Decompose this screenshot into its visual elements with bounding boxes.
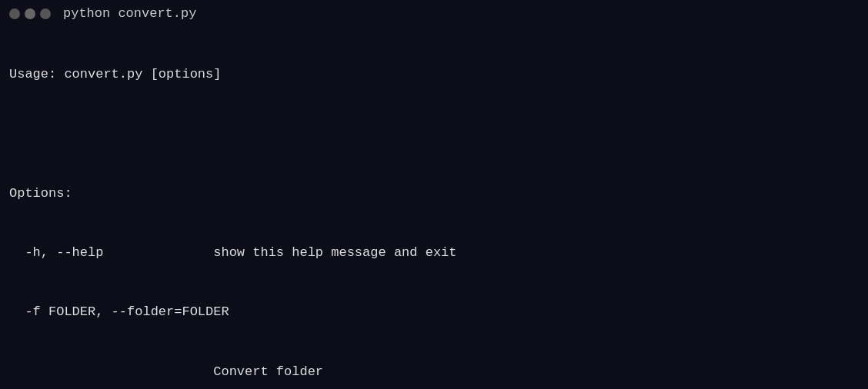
maximize-button-icon [40,8,51,19]
folder-option-desc: Convert folder [9,362,859,382]
terminal-window: python convert.py Usage: convert.py [opt… [0,0,868,389]
blank-line-1 [9,124,859,144]
help-option: -h, --help show this help message and ex… [9,243,859,263]
terminal-output: Usage: convert.py [options] Options: -h,… [9,25,859,389]
minimize-button-icon [25,8,35,19]
close-button-icon [9,8,20,19]
folder-option-short: -f FOLDER, --folder=FOLDER [9,302,859,322]
title-bar: python convert.py [9,6,859,21]
usage-line-1: Usage: convert.py [options] [9,65,859,85]
options-header: Options: [9,184,859,204]
terminal-title: python convert.py [63,6,196,21]
window-controls [9,8,51,19]
